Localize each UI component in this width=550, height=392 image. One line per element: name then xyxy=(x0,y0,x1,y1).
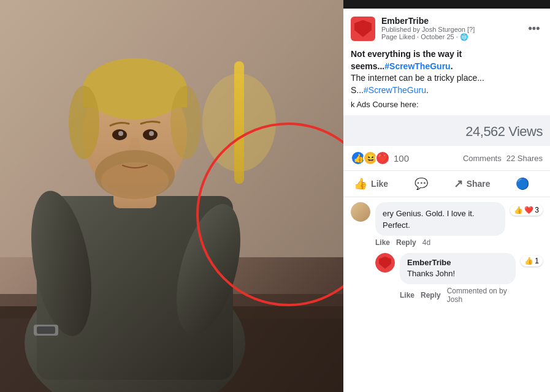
reaction-emoji-list: 👍 😆 ❤️ xyxy=(351,151,390,165)
svg-point-17 xyxy=(149,131,154,136)
post-content: Not everything is the way it seems...#Sc… xyxy=(343,45,550,115)
like-button[interactable]: 👍 Like xyxy=(346,172,396,195)
share-button[interactable]: ↗ Share xyxy=(447,172,497,195)
reactions-bar: 👍 😆 ❤️ 100 Comments 22 Shares xyxy=(343,146,550,171)
comment-like-link[interactable]: Like xyxy=(375,238,390,247)
like-icon: 👍 xyxy=(354,177,367,190)
svg-rect-11 xyxy=(83,89,187,107)
comment-reaction-count: 3 xyxy=(535,206,539,214)
ember-tribe-reply-logo xyxy=(379,257,391,269)
person-svg xyxy=(0,0,343,392)
page-logo[interactable] xyxy=(351,17,375,41)
svg-point-12 xyxy=(69,86,99,159)
reply-content: EmberTribe Thanks John! Like Reply Comme… xyxy=(400,253,516,304)
video-panel xyxy=(0,0,343,392)
page-name[interactable]: EmberTribe xyxy=(381,16,525,26)
post-text: Not everything is the way it seems...#Sc… xyxy=(351,48,543,96)
comments-count[interactable]: Comments xyxy=(463,154,502,163)
profile-share-button[interactable]: 🔵 xyxy=(497,172,548,195)
total-reaction-count[interactable]: 100 xyxy=(394,153,409,164)
comment-reaction-emoji2: ❤️ xyxy=(524,206,533,214)
post-sub-meta: Published by Josh Sturgeon [?] Page Like… xyxy=(381,26,525,41)
svg-rect-3 xyxy=(234,61,244,184)
post-header: EmberTribe Published by Josh Sturgeon [?… xyxy=(343,9,550,45)
svg-point-13 xyxy=(170,86,201,159)
top-bar xyxy=(343,0,550,9)
comment-reaction-emoji1: 👍 xyxy=(514,206,523,214)
post-text-line3: S...#ScrewTheGuru. xyxy=(351,85,429,95)
ember-tribe-logo-shield xyxy=(354,20,372,37)
shares-count[interactable]: 22 Shares xyxy=(506,154,543,163)
comments-section: ery Genius. Gold. I love it. Perfect. Li… xyxy=(343,197,550,314)
views-count: 24,562 Views xyxy=(351,124,543,140)
post-meta: EmberTribe Published by Josh Sturgeon [?… xyxy=(381,16,525,41)
comment-actions: Like Reply 4d xyxy=(375,238,505,247)
reply-text: Thanks John! xyxy=(407,268,508,279)
video-background xyxy=(0,0,343,392)
like-label: Like xyxy=(371,179,388,189)
love-emoji: ❤️ xyxy=(375,151,390,165)
commenter-avatar-image xyxy=(351,202,370,222)
reply-commented-by: Commented on by Josh xyxy=(447,287,516,304)
post-stats-right: Comments 22 Shares xyxy=(463,154,543,163)
comment-avatar xyxy=(351,202,370,222)
comment-icon: 💬 xyxy=(414,177,428,190)
reply-avatar xyxy=(375,253,395,273)
reply-author: EmberTribe xyxy=(407,258,508,267)
reply-like-link[interactable]: Like xyxy=(400,291,414,300)
post-text-line2: The internet can be a tricky place... xyxy=(351,73,484,83)
comment-time: 4d xyxy=(422,238,430,247)
comment-reply-link[interactable]: Reply xyxy=(396,238,416,247)
share-label: Share xyxy=(467,179,491,189)
svg-point-16 xyxy=(118,131,123,136)
facebook-panel: EmberTribe Published by Josh Sturgeon [?… xyxy=(343,0,550,392)
comment-button[interactable]: 💬 xyxy=(396,172,446,195)
comment-right-area: 👍 ❤️ 3 xyxy=(510,202,543,246)
more-options-button[interactable]: ••• xyxy=(525,20,543,37)
comment-content: ery Genius. Gold. I love it. Perfect. Li… xyxy=(375,202,505,246)
post-action-buttons: 👍 Like 💬 ↗ Share 🔵 xyxy=(343,171,550,197)
reply-reaction-emoji: 👍 xyxy=(524,257,533,265)
reply-reaction-badge: 👍 1 xyxy=(521,255,543,266)
reply-reply-link[interactable]: Reply xyxy=(421,291,441,300)
reply-actions: Like Reply Commented on by Josh xyxy=(400,287,516,304)
share-icon: ↗ xyxy=(454,177,463,190)
comment-bubble: ery Genius. Gold. I love it. Perfect. xyxy=(375,202,505,235)
post-page-liked: Page Liked · October 25 · 🌐 xyxy=(381,33,468,40)
post-text-bold: Not everything is the way it seems...#Sc… xyxy=(351,49,462,71)
video-stats-bar: 24,562 Views xyxy=(343,115,550,146)
reply-reaction-count: 1 xyxy=(535,257,539,265)
comment-item: ery Genius. Gold. I love it. Perfect. Li… xyxy=(351,202,543,246)
comment-text: ery Genius. Gold. I love it. Perfect. xyxy=(383,208,498,230)
reply-right-area: 👍 1 xyxy=(521,253,543,304)
svg-rect-22 xyxy=(37,326,55,334)
reply-avatar-logo xyxy=(375,253,395,273)
profile-icon: 🔵 xyxy=(516,177,529,190)
reply-item: EmberTribe Thanks John! Like Reply Comme… xyxy=(375,253,543,304)
reply-bubble: EmberTribe Thanks John! xyxy=(400,253,516,284)
post-published-by: Published by Josh Sturgeon [?] xyxy=(381,26,475,33)
comment-reaction-badge: 👍 ❤️ 3 xyxy=(510,205,543,216)
post-cta: k Ads Course here: xyxy=(351,100,543,109)
reaction-emojis-group: 👍 😆 ❤️ 100 xyxy=(351,151,409,165)
